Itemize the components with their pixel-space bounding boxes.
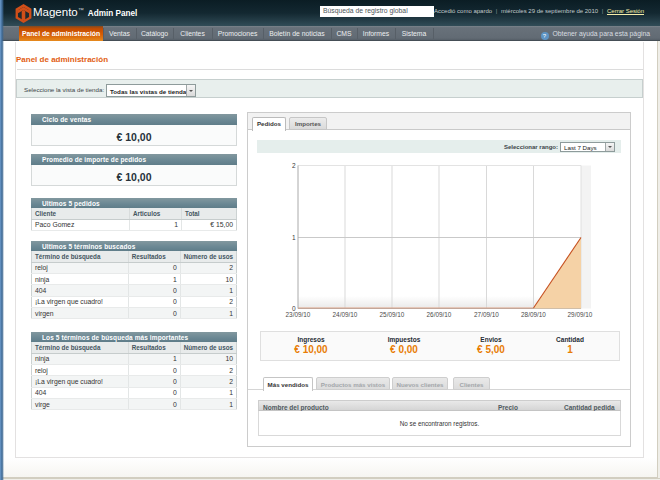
svg-text:23/09/10: 23/09/10 [286,311,311,318]
svg-text:28/09/10: 28/09/10 [521,311,546,318]
svg-text:29/09/10: 29/09/10 [568,311,593,318]
svg-text:2: 2 [292,162,296,169]
svg-text:27/09/10: 27/09/10 [474,311,499,318]
svg-text:24/09/10: 24/09/10 [333,311,358,318]
svg-text:25/09/10: 25/09/10 [380,311,405,318]
svg-text:1: 1 [292,234,296,241]
svg-text:26/09/10: 26/09/10 [427,311,452,318]
